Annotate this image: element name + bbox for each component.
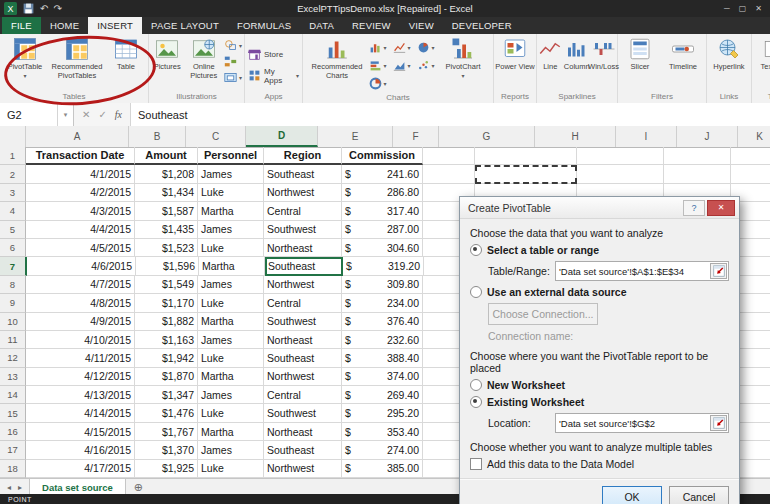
cell-A16[interactable]: 4/15/2015 (26, 423, 135, 441)
cell-C8[interactable]: James (198, 276, 264, 294)
cell-A17[interactable]: 4/16/2015 (26, 441, 135, 459)
dialog-help-button[interactable]: ? (683, 200, 705, 216)
cell-D13[interactable]: Northwest (264, 368, 342, 386)
cell-C11[interactable]: James (198, 331, 264, 349)
cell-B12[interactable]: $1,942 (135, 349, 198, 367)
cell-B17[interactable]: $1,370 (135, 441, 198, 459)
dialog-title-bar[interactable]: Create PivotTable ? ✕ (460, 197, 739, 219)
cell-B9[interactable]: $1,170 (135, 294, 198, 312)
cell-E14[interactable]: $269.40 (342, 386, 423, 404)
column-header-D[interactable]: D (246, 126, 318, 147)
cell-A15[interactable]: 4/14/2015 (26, 404, 135, 422)
dialog-close-button[interactable]: ✕ (707, 200, 735, 216)
cell-A3[interactable]: 4/2/2015 (26, 184, 135, 202)
cancel-button[interactable]: Cancel (669, 486, 729, 504)
cell-D14[interactable]: Central (264, 386, 342, 404)
cell-B8[interactable]: $1,549 (135, 276, 198, 294)
cell-C5[interactable]: James (198, 221, 264, 239)
column-header-I[interactable]: I (616, 126, 677, 147)
other-charts-button[interactable]: ▾ (366, 74, 390, 92)
timeline-button[interactable]: Timeline (661, 35, 705, 72)
cell-A2[interactable]: 4/1/2015 (26, 165, 135, 183)
cell-A18[interactable]: 4/17/2015 (26, 460, 135, 478)
cell-E11[interactable]: $232.60 (342, 331, 423, 349)
row-header-7[interactable]: 7 (0, 257, 27, 275)
cell-C10[interactable]: Martha (198, 313, 264, 331)
cell-A10[interactable]: 4/9/2015 (26, 313, 135, 331)
tab-file[interactable]: FILE (2, 17, 41, 34)
row-header-16[interactable]: 16 (0, 423, 26, 441)
scatter-chart-button[interactable]: ▾ (414, 56, 438, 74)
area-chart-button[interactable]: ▾ (390, 56, 414, 74)
text-box-button[interactable]: Text Box (754, 35, 770, 72)
row-header-1[interactable]: 1 (0, 147, 26, 165)
cell-F1[interactable] (423, 147, 475, 165)
column-header-F[interactable]: F (393, 126, 439, 147)
cell-D3[interactable]: Northwest (264, 184, 342, 202)
cell-C16[interactable]: Martha (198, 423, 264, 441)
cell-C14[interactable]: James (198, 386, 264, 404)
my-apps-button[interactable]: My Apps ▾ (245, 67, 302, 85)
cell-D16[interactable]: Northeast (264, 423, 342, 441)
cell-E2[interactable]: $241.60 (342, 165, 423, 183)
cell-E12[interactable]: $388.40 (342, 349, 423, 367)
cell-A5[interactable]: 4/4/2015 (26, 221, 135, 239)
pivotchart-button[interactable]: PivotChart ▾ (438, 35, 488, 79)
cell-E16[interactable]: $353.40 (342, 423, 423, 441)
column-header-C[interactable]: C (186, 126, 246, 147)
cell-A1[interactable]: Transaction Date (26, 147, 135, 165)
cell-C1[interactable]: Personnel (198, 147, 264, 165)
row-header-2[interactable]: 2 (0, 165, 26, 183)
cell-D5[interactable]: Southwest (264, 221, 342, 239)
sparkline-column-button[interactable]: Column (564, 35, 591, 72)
cell-A7[interactable]: 4/6/2015 (27, 257, 136, 275)
tab-formulas[interactable]: FORMULAS (228, 17, 300, 34)
cell-E10[interactable]: $376.40 (342, 313, 423, 331)
cell-E9[interactable]: $234.00 (342, 294, 423, 312)
cell-E18[interactable]: $385.00 (342, 460, 423, 478)
cell-A8[interactable]: 4/7/2015 (26, 276, 135, 294)
column-header-E[interactable]: E (318, 126, 393, 147)
radio-external-source[interactable] (470, 286, 482, 298)
name-box[interactable]: G2 (0, 103, 58, 126)
cell-G1[interactable] (475, 147, 577, 165)
cell-B3[interactable]: $1,434 (135, 184, 198, 202)
column-header-H[interactable]: H (535, 126, 616, 147)
cell-A12[interactable]: 4/11/2015 (26, 349, 135, 367)
cell-E15[interactable]: $295.20 (342, 404, 423, 422)
store-button[interactable]: Store (245, 48, 286, 61)
tab-page-layout[interactable]: PAGE LAYOUT (142, 17, 228, 34)
cell-B10[interactable]: $1,882 (135, 313, 198, 331)
slicer-button[interactable]: Slicer (619, 35, 661, 72)
column-header-K[interactable]: K (738, 126, 770, 147)
cell-H1[interactable] (577, 147, 664, 165)
table-range-input[interactable]: 'Data set source'!$A$1:$E$34 (555, 261, 729, 281)
row-header-15[interactable]: 15 (0, 404, 26, 422)
cell-D9[interactable]: Central (264, 294, 342, 312)
pictures-button[interactable]: Pictures (149, 35, 185, 72)
cell-E17[interactable]: $274.00 (342, 441, 423, 459)
radio-new-worksheet[interactable] (470, 379, 482, 391)
location-picker-button[interactable] (710, 415, 727, 431)
smartart-button[interactable] (222, 55, 244, 68)
cell-E3[interactable]: $286.80 (342, 184, 423, 202)
insert-function-icon[interactable]: fx (115, 109, 122, 120)
cell-D17[interactable]: Southeast (264, 441, 342, 459)
redo-icon[interactable]: ↷ (53, 4, 61, 14)
sparkline-winloss-button[interactable]: Win/Loss (590, 35, 617, 72)
cell-A13[interactable]: 4/12/2015 (26, 368, 135, 386)
cell-A14[interactable]: 4/13/2015 (26, 386, 135, 404)
cell-J1[interactable] (731, 147, 770, 165)
cell-A6[interactable]: 4/5/2015 (26, 239, 135, 257)
row-header-18[interactable]: 18 (0, 460, 26, 478)
cell-C2[interactable]: James (198, 165, 264, 183)
tab-data[interactable]: DATA (300, 17, 343, 34)
cell-D10[interactable]: Southwest (264, 313, 342, 331)
cell-C6[interactable]: Luke (198, 239, 264, 257)
recommended-pivottables-button[interactable]: Recommended PivotTables (47, 35, 107, 80)
cell-D6[interactable]: Northeast (264, 239, 342, 257)
cell-E8[interactable]: $309.80 (342, 276, 423, 294)
row-header-13[interactable]: 13 (0, 368, 26, 386)
formula-input[interactable]: Southeast (131, 103, 770, 126)
cell-E5[interactable]: $287.00 (342, 221, 423, 239)
